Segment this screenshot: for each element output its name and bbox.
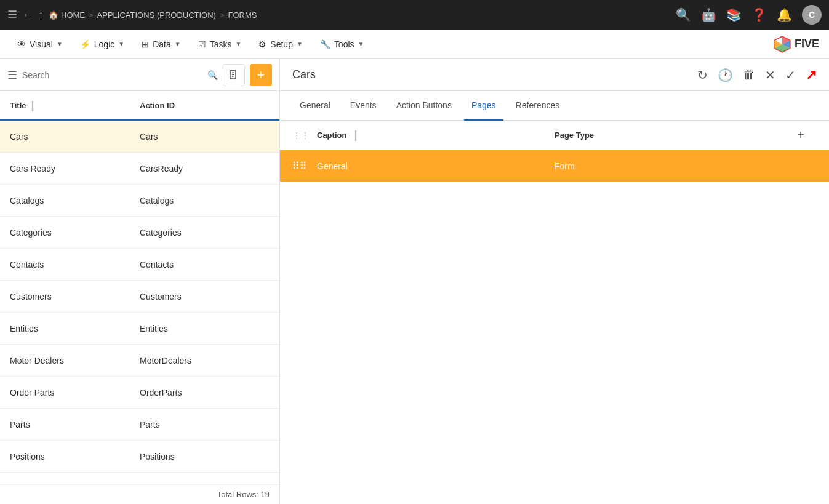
tab-references[interactable]: References: [508, 91, 567, 121]
tab-events[interactable]: Events: [343, 91, 384, 121]
menu-tools[interactable]: 🔧 Tools ▼: [313, 36, 372, 53]
menu-bar: 👁 Visual ▼ ⚡ Logic ▼ ⊞ Data ▼ ☑ Tasks ▼ …: [0, 30, 829, 59]
cell-title: Customers: [10, 292, 140, 302]
cell-action-id: Entities: [140, 324, 270, 334]
search-bar: ☰ 🔍 +: [0, 59, 279, 91]
robot-icon[interactable]: 🤖: [701, 7, 716, 22]
left-table-wrapper: Cars Cars Cars Ready CarsReady Catalogs …: [0, 121, 279, 504]
drag-col: ⋮⋮: [292, 130, 317, 140]
setup-arrow: ▼: [297, 41, 303, 47]
cell-page-type: Form: [555, 161, 792, 171]
table-row[interactable]: Contacts Contacts: [0, 249, 279, 281]
tools-arrow: ▼: [358, 41, 364, 47]
help-icon[interactable]: ❓: [751, 7, 767, 22]
content-table-header: ⋮⋮ Caption | Page Type +: [280, 121, 829, 150]
cell-title: Categories: [10, 228, 140, 238]
table-row[interactable]: Categories Categories: [0, 217, 279, 249]
cell-action-id: Catalogs: [140, 196, 270, 206]
data-icon: ⊞: [142, 39, 149, 49]
table-row[interactable]: Parts Parts: [0, 409, 279, 441]
home-breadcrumb[interactable]: 🏠 HOME: [49, 10, 85, 20]
bell-icon[interactable]: 🔔: [777, 7, 792, 22]
cell-action-id: OrderParts: [140, 388, 270, 398]
table-row[interactable]: ⠿⠿ General Form: [280, 150, 829, 182]
col-caption: Caption |: [317, 129, 555, 142]
table-row[interactable]: Positions Positions: [0, 441, 279, 473]
table-row[interactable]: Cars Ready CarsReady: [0, 153, 279, 185]
tab-general[interactable]: General: [292, 91, 338, 121]
five-logo-icon: [772, 34, 792, 54]
tab-pages[interactable]: Pages: [464, 91, 503, 121]
books-icon[interactable]: 📚: [726, 7, 742, 22]
cell-title: Parts: [10, 420, 140, 430]
table-header: Title | Action ID: [0, 91, 279, 121]
close-icon[interactable]: ✕: [765, 68, 775, 82]
right-header: Cars ↻ 🕐 🗑 ✕ ✓ ↗: [280, 59, 829, 91]
five-logo: FIVE: [772, 34, 819, 54]
document-button[interactable]: [223, 64, 245, 86]
menu-setup-label: Setup: [270, 39, 293, 49]
forms-breadcrumb[interactable]: FORMS: [228, 10, 257, 20]
cell-title: Cars Ready: [10, 164, 140, 174]
cell-action-id: Customers: [140, 292, 270, 302]
table-row[interactable]: Order Parts OrderParts: [0, 377, 279, 409]
tab-action-buttons[interactable]: Action Buttons: [389, 91, 459, 121]
table-row[interactable]: Customers Customers: [0, 281, 279, 313]
top-nav: ☰ ← ↑ 🏠 HOME > APPLICATIONS (PRODUCTION)…: [0, 0, 829, 30]
table-row[interactable]: Motor Dealers MotorDealers: [0, 345, 279, 377]
table-row[interactable]: Cars Cars: [0, 121, 279, 153]
menu-data-label: Data: [153, 39, 171, 49]
col-page-type: Page Type: [555, 130, 792, 140]
doc-icon: [228, 70, 239, 81]
content-area: ⋮⋮ Caption | Page Type + ⠿⠿ General Form: [280, 121, 829, 504]
table-row[interactable]: Entities Entities: [0, 313, 279, 345]
setup-icon: ⚙: [258, 39, 266, 49]
filter-icon: ☰: [7, 68, 17, 82]
top-right-icons: 🔍 🤖 📚 ❓ 🔔 C: [676, 5, 822, 25]
up-icon[interactable]: ↑: [38, 9, 44, 22]
menu-visual[interactable]: 👁 Visual ▼: [10, 36, 70, 53]
right-panel: Cars ↻ 🕐 🗑 ✕ ✓ ↗ General Events Action B…: [280, 59, 829, 504]
menu-logic-label: Logic: [94, 39, 114, 49]
cell-action-id: Cars: [140, 132, 270, 142]
right-title: Cars: [292, 68, 697, 81]
add-row-button[interactable]: +: [792, 127, 809, 144]
table-body: Cars Cars Cars Ready CarsReady Catalogs …: [0, 121, 279, 484]
history-icon[interactable]: 🕐: [718, 68, 733, 82]
menu-setup[interactable]: ⚙ Setup ▼: [251, 36, 310, 53]
sync-icon[interactable]: ↻: [697, 68, 708, 82]
logo-area: FIVE: [772, 34, 819, 54]
left-panel: ☰ 🔍 + Title | Action ID: [0, 59, 280, 504]
hamburger-icon[interactable]: ☰: [7, 8, 17, 22]
applications-breadcrumb[interactable]: APPLICATIONS (PRODUCTION): [97, 10, 216, 20]
back-icon[interactable]: ←: [22, 9, 33, 22]
add-button[interactable]: +: [250, 64, 272, 86]
menu-logic[interactable]: ⚡ Logic ▼: [73, 36, 132, 53]
logic-icon: ⚡: [80, 39, 90, 49]
menu-visual-label: Visual: [30, 39, 53, 49]
menu-tasks-label: Tasks: [210, 39, 232, 49]
cell-title: Cars: [10, 132, 140, 142]
menu-data[interactable]: ⊞ Data ▼: [134, 36, 188, 53]
main-content: ☰ 🔍 + Title | Action ID: [0, 59, 829, 504]
cell-title: Catalogs: [10, 196, 140, 206]
cell-action-id: CarsReady: [140, 164, 270, 174]
cell-action-id: MotorDealers: [140, 356, 270, 366]
search-top-icon[interactable]: 🔍: [676, 7, 691, 22]
search-icon[interactable]: 🔍: [207, 70, 218, 80]
search-input[interactable]: [22, 70, 202, 80]
save-check-icon[interactable]: ✓: [785, 68, 796, 82]
breadcrumb: 🏠 HOME > APPLICATIONS (PRODUCTION) > FOR…: [49, 10, 671, 20]
cell-caption: General: [317, 161, 555, 171]
cell-action-id: Categories: [140, 228, 270, 238]
cell-title: Positions: [10, 452, 140, 462]
cell-action-id: Parts: [140, 420, 270, 430]
cell-title: Entities: [10, 324, 140, 334]
table-row[interactable]: Catalogs Catalogs: [0, 185, 279, 217]
avatar[interactable]: C: [802, 5, 822, 25]
red-arrow-indicator: ↗: [806, 67, 817, 83]
drag-handle-icon: ⠿⠿: [292, 160, 317, 172]
menu-tasks[interactable]: ☑ Tasks ▼: [191, 36, 249, 53]
col-title: Title |: [10, 99, 140, 112]
delete-icon[interactable]: 🗑: [743, 68, 755, 82]
